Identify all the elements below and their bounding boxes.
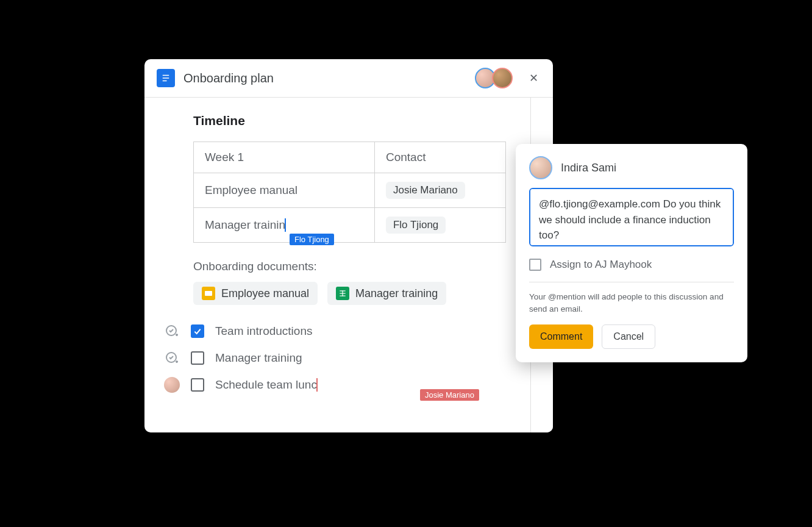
table-row: Manager trainin Flo Tjiong — [194, 208, 506, 243]
svg-rect-0 — [163, 75, 169, 76]
comment-popup: Indira Sami Assign to AJ Mayhook Your @m… — [516, 144, 747, 362]
presence-cursor-red — [316, 378, 318, 392]
assign-row[interactable]: Assign to AJ Mayhook — [529, 259, 734, 282]
document-body: Timeline Week 1 Contact Employee manual … — [144, 98, 553, 432]
table-row: Employee manual Josie Mariano — [194, 173, 506, 208]
avatar-collaborator-2[interactable] — [492, 68, 513, 88]
comment-actions: Comment Cancel — [529, 324, 734, 349]
comment-button[interactable]: Comment — [529, 324, 593, 349]
doc-chip-label: Manager training — [355, 287, 438, 300]
google-docs-icon — [157, 69, 175, 87]
mention-help-text: Your @mention will add people to this di… — [529, 291, 734, 315]
document-chips: Employee manual Manager training — [193, 282, 506, 305]
table-cell[interactable]: Flo Tjiong — [374, 208, 505, 243]
svg-rect-1 — [163, 77, 169, 79]
doc-chip-sheets[interactable]: Manager training — [327, 282, 446, 305]
sheets-icon — [336, 287, 349, 300]
document-title[interactable]: Onboarding plan — [183, 71, 466, 85]
slides-icon — [202, 287, 215, 300]
comment-input[interactable] — [529, 188, 734, 246]
table-header-week: Week 1 — [194, 142, 375, 173]
cell-text: Manager trainin — [205, 218, 285, 231]
presence-cursor-blue — [285, 218, 286, 232]
subheading: Onboarding documents: — [193, 260, 506, 273]
doc-chip-label: Employee manual — [221, 287, 309, 300]
assign-task-icon[interactable] — [164, 323, 180, 339]
table-cell[interactable]: Manager trainin — [194, 208, 375, 243]
checkbox[interactable] — [191, 324, 204, 338]
cancel-button[interactable]: Cancel — [602, 324, 655, 349]
checkbox[interactable] — [191, 378, 204, 392]
checklist-label: Schedule team lunc — [215, 378, 318, 392]
contact-chip[interactable]: Josie Mariano — [386, 182, 465, 199]
assignee-avatar[interactable] — [164, 377, 180, 393]
checkbox[interactable] — [191, 351, 204, 365]
table-header-row: Week 1 Contact — [194, 142, 506, 173]
checklist-row: Team introductions — [164, 323, 506, 339]
assign-label: Assign to AJ Mayhook — [550, 259, 652, 271]
section-heading: Timeline — [193, 113, 506, 128]
svg-rect-2 — [163, 81, 167, 82]
table-cell[interactable]: Employee manual — [194, 173, 375, 208]
checklist-row: Manager training — [164, 350, 506, 366]
table-header-contact: Contact — [374, 142, 505, 173]
checklist-label-text: Schedule team lunc — [215, 378, 317, 391]
document-content[interactable]: Timeline Week 1 Contact Employee manual … — [144, 98, 531, 432]
collaborator-avatars — [475, 68, 513, 88]
document-window: Onboarding plan ✕ Timeline Week 1 Contac… — [144, 59, 553, 432]
assign-task-icon[interactable] — [164, 350, 180, 366]
table-cell[interactable]: Josie Mariano — [374, 173, 505, 208]
svg-rect-6 — [343, 290, 343, 296]
contact-chip[interactable]: Flo Tjiong — [386, 217, 446, 234]
checklist-label: Manager training — [215, 351, 302, 365]
comment-author-avatar — [529, 156, 552, 179]
presence-tag-red: Josie Mariano — [420, 389, 479, 401]
doc-chip-slides[interactable]: Employee manual — [193, 282, 318, 305]
comment-author-name: Indira Sami — [561, 162, 616, 174]
checklist: Team introductions Manager training Sche… — [164, 323, 506, 393]
comment-header: Indira Sami — [529, 156, 734, 179]
close-icon[interactable]: ✕ — [526, 71, 541, 85]
assign-checkbox[interactable] — [529, 259, 541, 271]
presence-tag-blue: Flo Tjiong — [290, 234, 334, 245]
document-header: Onboarding plan ✕ — [144, 59, 553, 98]
checklist-label: Team introductions — [215, 324, 312, 338]
timeline-table: Week 1 Contact Employee manual Josie Mar… — [193, 142, 506, 243]
